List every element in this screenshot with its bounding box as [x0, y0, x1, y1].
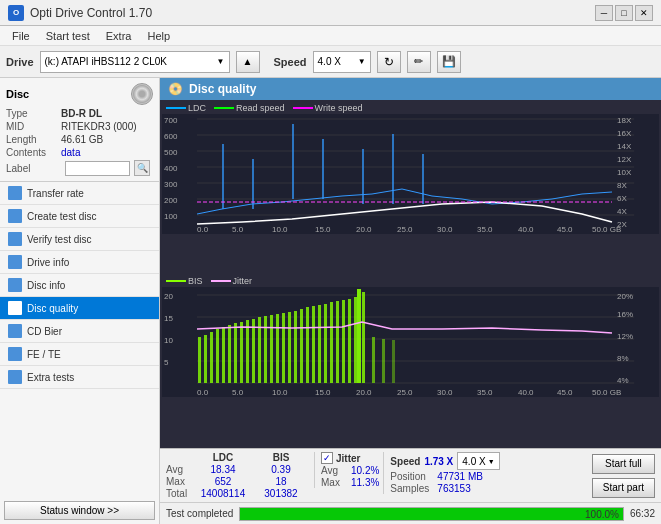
svg-rect-69: [264, 316, 267, 383]
svg-rect-83: [348, 299, 351, 383]
jitter-legend-color: [211, 280, 231, 282]
write-speed-legend-label: Write speed: [315, 103, 363, 113]
start-part-button[interactable]: Start part: [592, 478, 655, 498]
verify-test-disc-icon: [8, 232, 22, 246]
svg-text:35.0: 35.0: [477, 225, 493, 234]
speed-label: Speed: [274, 56, 307, 68]
sidebar-item-disc-quality[interactable]: Disc quality: [0, 297, 159, 320]
read-speed-legend-color: [214, 107, 234, 109]
maximize-button[interactable]: □: [615, 5, 633, 21]
ldc-legend-color: [166, 107, 186, 109]
svg-text:15.0: 15.0: [315, 388, 331, 397]
eject-button[interactable]: ▲: [236, 51, 260, 73]
edit-button[interactable]: ✏: [407, 51, 431, 73]
sidebar-item-verify-test-disc[interactable]: Verify test disc: [0, 228, 159, 251]
svg-text:10.0: 10.0: [272, 225, 288, 234]
jitter-max-label: Max: [321, 477, 349, 488]
svg-text:5.0: 5.0: [232, 225, 244, 234]
svg-text:16X: 16X: [617, 129, 632, 138]
svg-rect-77: [312, 306, 315, 383]
length-label: Length: [6, 134, 61, 145]
mid-value: RITEKDR3 (000): [61, 121, 137, 132]
jitter-avg-label: Avg: [321, 465, 349, 476]
svg-rect-59: [204, 335, 207, 383]
max-ldc-value: 652: [194, 476, 252, 487]
toolbar: Drive (k:) ATAPI iHBS112 2 CL0K ▼ ▲ Spee…: [0, 46, 661, 78]
jitter-max-value: 11.3%: [351, 477, 379, 488]
extra-tests-icon: [8, 370, 22, 384]
jitter-checkbox[interactable]: ✓: [321, 452, 333, 464]
svg-rect-61: [216, 329, 219, 383]
menu-start-test[interactable]: Start test: [38, 29, 98, 43]
svg-rect-79: [324, 304, 327, 383]
menubar: File Start test Extra Help: [0, 26, 661, 46]
progress-time: 66:32: [630, 508, 655, 519]
ldc-col-header: LDC: [194, 452, 252, 463]
sidebar: Disc Type BD-R DL MID RITEKDR3 (000) Len…: [0, 78, 160, 524]
svg-rect-89: [392, 340, 395, 383]
chart2-container: BIS Jitter 20 15: [162, 275, 659, 446]
svg-rect-78: [318, 305, 321, 383]
chart1-legend: LDC Read speed Write speed: [162, 102, 659, 114]
refresh-button[interactable]: ↻: [377, 51, 401, 73]
menu-help[interactable]: Help: [139, 29, 178, 43]
svg-rect-29: [392, 134, 394, 204]
minimize-button[interactable]: ─: [595, 5, 613, 21]
bis-legend-color: [166, 280, 186, 282]
svg-text:12%: 12%: [617, 332, 633, 341]
svg-text:500: 500: [164, 148, 178, 157]
svg-rect-66: [246, 320, 249, 383]
type-label: Type: [6, 108, 61, 119]
svg-text:10X: 10X: [617, 168, 632, 177]
svg-text:20.0: 20.0: [356, 225, 372, 234]
status-window-button[interactable]: Status window >>: [4, 501, 155, 520]
titlebar: O Opti Drive Control 1.70 ─ □ ✕: [0, 0, 661, 26]
svg-text:15.0: 15.0: [315, 225, 331, 234]
svg-rect-75: [300, 309, 303, 383]
sidebar-item-cd-bier[interactable]: CD Bier: [0, 320, 159, 343]
svg-rect-62: [222, 327, 225, 383]
sidebar-item-extra-tests[interactable]: Extra tests: [0, 366, 159, 389]
label-input[interactable]: [65, 161, 130, 176]
svg-rect-82: [342, 300, 345, 383]
menu-file[interactable]: File: [4, 29, 38, 43]
svg-text:45.0: 45.0: [557, 388, 573, 397]
speed-dropdown[interactable]: 4.0 X ▼: [457, 452, 499, 470]
avg-ldc-value: 18.34: [194, 464, 252, 475]
disc-quality-header: 📀 Disc quality: [160, 78, 661, 100]
svg-text:16%: 16%: [617, 310, 633, 319]
start-full-button[interactable]: Start full: [592, 454, 655, 474]
sidebar-item-create-test-disc[interactable]: Create test disc: [0, 205, 159, 228]
total-ldc-value: 14008114: [194, 488, 252, 499]
extra-tests-label: Extra tests: [27, 372, 74, 383]
label-search-button[interactable]: 🔍: [134, 160, 150, 176]
svg-rect-30: [422, 154, 424, 204]
menu-extra[interactable]: Extra: [98, 29, 140, 43]
speed-position-stats: Speed 1.73 X 4.0 X ▼ Position 47731 MB S…: [383, 452, 499, 494]
svg-text:8X: 8X: [617, 181, 627, 190]
close-button[interactable]: ✕: [635, 5, 653, 21]
type-value: BD-R DL: [61, 108, 102, 119]
save-button[interactable]: 💾: [437, 51, 461, 73]
disc-quality-icon: [8, 301, 22, 315]
jitter-legend-label: Jitter: [233, 276, 253, 286]
speed-select[interactable]: 4.0 X ▼: [313, 51, 371, 73]
max-bis-value: 18: [252, 476, 310, 487]
svg-text:700: 700: [164, 116, 178, 125]
svg-text:30.0: 30.0: [437, 225, 453, 234]
sidebar-item-drive-info[interactable]: Drive info: [0, 251, 159, 274]
sidebar-item-fe-te[interactable]: FE / TE: [0, 343, 159, 366]
read-speed-legend-label: Read speed: [236, 103, 285, 113]
disc-info-icon: [8, 278, 22, 292]
speed-dropdown-arrow: ▼: [488, 458, 495, 465]
svg-rect-73: [288, 312, 291, 383]
svg-text:4X: 4X: [617, 207, 627, 216]
avg-label: Avg: [166, 464, 194, 475]
length-value: 46.61 GB: [61, 134, 103, 145]
sidebar-item-disc-info[interactable]: Disc info: [0, 274, 159, 297]
disc-quality-label: Disc quality: [27, 303, 78, 314]
ldc-bis-stats: LDC BIS Avg 18.34 0.39 Max 652 18 Tota: [166, 452, 310, 499]
disc-icon: [131, 83, 153, 105]
drive-select[interactable]: (k:) ATAPI iHBS112 2 CL0K ▼: [40, 51, 230, 73]
sidebar-item-transfer-rate[interactable]: Transfer rate: [0, 182, 159, 205]
